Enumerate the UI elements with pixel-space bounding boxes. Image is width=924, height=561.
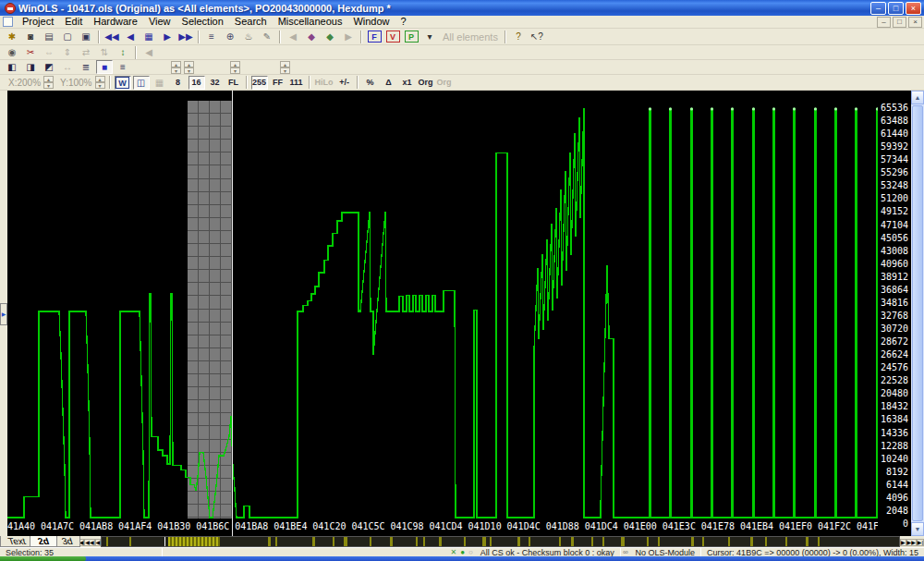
column-spinner-a-up[interactable]: ▴ — [171, 61, 181, 67]
undo-view-icon[interactable]: ◀ — [140, 45, 157, 59]
polish-icon[interactable]: ✎ — [259, 30, 275, 43]
last-element-icon[interactable]: ▶▶ — [177, 30, 194, 43]
row-spinner-down[interactable]: ▾ — [230, 67, 240, 74]
column-spinner-a[interactable]: ▴▾ — [171, 61, 181, 74]
tab-scroll-right-0[interactable]: ▶ — [900, 539, 906, 546]
vertical-scrollbar[interactable]: ▲ ▼ — [911, 91, 924, 536]
previous-element-icon[interactable]: ◀ — [122, 30, 139, 43]
menu-hardware[interactable]: Hardware — [88, 16, 143, 27]
bits-8-button[interactable]: 8 — [170, 76, 187, 90]
solid-view-button[interactable]: ■ — [96, 60, 113, 74]
zoom-fit-icon[interactable]: ↕ — [115, 45, 131, 59]
mdi-restore-button[interactable]: □ — [893, 17, 906, 28]
original-button[interactable]: Org — [418, 76, 434, 90]
row-spinner[interactable]: ▴▾ — [230, 61, 240, 74]
view-words-button[interactable]: W — [115, 76, 131, 90]
menu-selection[interactable]: Selection — [176, 16, 229, 27]
original-compare-button[interactable]: Org — [436, 76, 453, 90]
menu-search[interactable]: Search — [229, 16, 273, 27]
move-mode-icon[interactable]: ↔ — [59, 60, 76, 74]
mdi-minimize-button[interactable]: – — [877, 17, 891, 28]
open-hexdump-icon[interactable]: ◆ — [303, 30, 320, 43]
y-zoom-spinner-down[interactable]: ▾ — [95, 82, 105, 89]
x-zoom-spinner[interactable]: ▴▾ — [43, 76, 54, 89]
tab-scroll-right-2[interactable]: ▶| — [917, 539, 924, 546]
tab-scroll-left-1[interactable]: ◀◀ — [84, 539, 94, 546]
context-help-icon[interactable]: ↖? — [529, 30, 545, 43]
column-spinner-b-down[interactable]: ▾ — [184, 67, 194, 74]
column-spinner-a-down[interactable]: ▾ — [171, 67, 181, 74]
minimize-button[interactable]: – — [870, 2, 886, 15]
bits-16-button[interactable]: 16 — [188, 76, 205, 90]
wizard-icon[interactable]: ✱ — [4, 30, 20, 43]
view-columns-button[interactable]: ◫ — [133, 76, 150, 90]
functions-filter-button[interactable]: F — [366, 30, 383, 43]
zoom-out-icon[interactable]: ⇅ — [96, 45, 113, 59]
element-properties-icon[interactable]: ≡ — [203, 30, 220, 43]
tab-text[interactable]: Text — [0, 536, 33, 547]
new-window-icon[interactable]: ▢ — [59, 30, 76, 43]
tab-3d[interactable]: 3d — [54, 536, 80, 547]
preview-eye-icon[interactable]: ◉ — [4, 45, 20, 59]
zoom-in-icon[interactable]: ⇄ — [78, 45, 94, 59]
open-as-3d-icon[interactable]: ◩ — [41, 60, 57, 74]
column-spinner-b-up[interactable]: ▴ — [184, 61, 194, 67]
next-element-icon[interactable]: ▶ — [159, 30, 176, 43]
tab-2d[interactable]: 2d — [30, 536, 57, 547]
scroll-up-button[interactable]: ▲ — [911, 91, 924, 104]
menu-miscellaneous[interactable]: Miscellaneous — [273, 16, 348, 27]
forward-icon[interactable]: ▶ — [340, 30, 357, 43]
bits-32-button[interactable]: 32 — [207, 76, 224, 90]
close-button[interactable]: × — [906, 2, 921, 15]
back-icon[interactable]: ◀ — [285, 30, 301, 43]
bits-float-button[interactable]: FL — [225, 76, 242, 90]
pot-icon[interactable]: ♨ — [240, 30, 257, 43]
row-spinner-up[interactable]: ▴ — [230, 61, 240, 67]
x-zoom-spinner-up[interactable]: ▴ — [43, 76, 54, 82]
offset-spinner[interactable]: ▴▾ — [280, 61, 290, 74]
overview-minimap[interactable] — [101, 536, 900, 547]
decimal-button[interactable]: 255 — [251, 76, 268, 90]
value-list-icon[interactable]: ≣ — [78, 60, 94, 74]
cascade-windows-icon[interactable]: ▣ — [78, 30, 94, 43]
restore-button[interactable]: □ — [888, 2, 904, 15]
first-element-icon[interactable]: ◀◀ — [103, 30, 120, 43]
scroll-down-button[interactable]: ▼ — [911, 522, 924, 536]
factor-button[interactable]: x1 — [399, 76, 416, 90]
tab-scroll-left-2[interactable]: ◀ — [95, 539, 102, 546]
binary-button[interactable]: 111 — [288, 76, 305, 90]
open-maps-icon[interactable]: ◆ — [322, 30, 338, 43]
start-button[interactable] — [0, 556, 86, 561]
versions-filter-button[interactable]: V — [384, 30, 401, 43]
help-icon[interactable]: ? — [510, 30, 527, 43]
percent-button[interactable]: % — [362, 76, 379, 90]
y-zoom-spinner[interactable]: ▴▾ — [95, 76, 105, 89]
view-grid-button[interactable]: ▦ — [152, 76, 168, 90]
element-list-icon[interactable]: ▦ — [140, 30, 157, 43]
menu-[interactable]: ? — [395, 16, 412, 27]
plot-canvas[interactable]: 041A40041A7C041AB8041AF4041B30041B6C041B… — [7, 91, 878, 536]
tab-scroll-right-1[interactable]: ▶▶ — [906, 539, 917, 546]
hex-button[interactable]: FF — [270, 76, 286, 90]
filter-dropdown-arrow[interactable]: ▾ — [421, 30, 438, 43]
project-icon[interactable]: ◙ — [22, 30, 39, 43]
tools-icon[interactable]: ✂ — [22, 45, 39, 59]
open-as-text-icon[interactable]: ◧ — [4, 60, 20, 74]
expand-panel-button[interactable]: ▶ — [0, 303, 7, 325]
zoom-height-icon[interactable]: ⇕ — [59, 45, 76, 59]
delta-button[interactable]: Δ — [381, 76, 397, 90]
zoom-width-icon[interactable]: ⇔ — [41, 45, 57, 59]
print-icon[interactable]: ▤ — [41, 30, 57, 43]
menu-window[interactable]: Window — [347, 16, 395, 27]
mdi-close-button[interactable]: × — [908, 17, 922, 28]
x-zoom-spinner-down[interactable]: ▾ — [43, 82, 54, 89]
menu-project[interactable]: Project — [17, 16, 59, 27]
hilo-button[interactable]: HiLo — [314, 76, 334, 90]
column-spinner-b[interactable]: ▴▾ — [184, 61, 194, 74]
scroll-thumb[interactable] — [912, 105, 923, 521]
signed-button[interactable]: +/- — [336, 76, 353, 90]
search-icon[interactable]: ⊕ — [222, 30, 238, 43]
open-as-2d-icon[interactable]: ◨ — [22, 60, 39, 74]
offset-spinner-up[interactable]: ▴ — [280, 61, 290, 67]
y-zoom-spinner-up[interactable]: ▴ — [95, 76, 105, 82]
